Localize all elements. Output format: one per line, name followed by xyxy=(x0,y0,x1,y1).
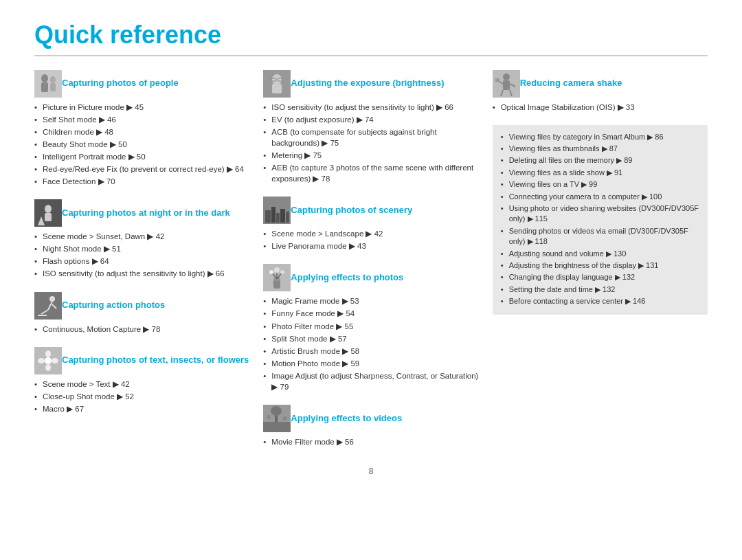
section-shake-header: Reducing camera shake xyxy=(493,70,708,98)
list-item: Continuous, Motion Capture ▶ 78 xyxy=(34,324,249,335)
list-item: Funny Face mode ▶ 54 xyxy=(263,308,478,319)
list-item: Face Detection ▶ 70 xyxy=(34,176,249,187)
section-scenery-title: Capturing photos of scenery xyxy=(291,205,412,216)
list-item: Self Shot mode ▶ 46 xyxy=(34,114,249,125)
list-item: Viewing files by category in Smart Album… xyxy=(501,132,699,142)
section-exposure-header: Adjusting the exposure (brightness) xyxy=(263,70,478,98)
page-title: Quick reference xyxy=(34,21,708,49)
svg-rect-28 xyxy=(271,207,276,223)
list-item: Close-up Shot mode ▶ 52 xyxy=(34,391,249,402)
svg-rect-42 xyxy=(263,422,291,432)
section-action: Capturing action photos Continuous, Moti… xyxy=(34,292,249,335)
list-item: ISO sensitivity (to adjust the sensitivi… xyxy=(34,268,249,279)
svg-point-48 xyxy=(503,74,510,80)
list-item: Sending photos or videos via email (DV30… xyxy=(501,226,699,247)
svg-rect-49 xyxy=(503,80,510,90)
svg-point-3 xyxy=(50,76,56,83)
gray-section-list: Viewing files by category in Smart Album… xyxy=(501,132,699,307)
column-1: Capturing photos of people Picture in Pi… xyxy=(34,70,249,460)
list-item: Scene mode > Text ▶ 42 xyxy=(34,379,249,390)
list-item: Red-eye/Red-eye Fix (to prevent or corre… xyxy=(34,164,249,175)
section-scenery-list: Scene mode > Landscape ▶ 42 Live Panoram… xyxy=(263,228,478,251)
list-item: Optical Image Stabilization (OIS) ▶ 33 xyxy=(493,102,708,113)
list-item: Metering ▶ 75 xyxy=(263,150,478,161)
section-night-title: Capturing photos at night or in the dark xyxy=(62,208,230,219)
content-columns: Capturing photos of people Picture in Pi… xyxy=(34,70,708,460)
svg-point-46 xyxy=(283,416,287,421)
list-item: Night Shot mode ▶ 51 xyxy=(34,243,249,254)
list-item: EV (to adjust exposure) ▶ 74 xyxy=(263,114,478,125)
exposure-icon xyxy=(263,70,291,98)
list-item: Split Shot mode ▶ 57 xyxy=(263,333,478,344)
svg-point-36 xyxy=(274,267,280,273)
effects-photos-icon xyxy=(263,264,291,291)
section-people-list: Picture in Picture mode ▶ 45 Self Shot m… xyxy=(34,102,249,188)
list-item: Adjusting sound and volume ▶ 130 xyxy=(501,249,699,259)
svg-rect-2 xyxy=(41,82,48,92)
svg-point-44 xyxy=(271,406,282,416)
svg-rect-30 xyxy=(280,209,285,223)
svg-rect-31 xyxy=(286,212,289,223)
gray-section: Viewing files by category in Smart Album… xyxy=(493,125,708,315)
svg-point-1 xyxy=(41,74,48,82)
list-item: Changing the display language ▶ 132 xyxy=(501,272,699,282)
section-effects-photos: Applying effects to photos Magic Frame m… xyxy=(263,264,478,392)
list-item: Movie Filter mode ▶ 56 xyxy=(263,436,478,447)
section-exposure-list: ISO sensitivity (to adjust the sensitivi… xyxy=(263,102,478,185)
list-item: Before contacting a service center ▶ 146 xyxy=(501,296,699,306)
section-shake: Reducing camera shake Optical Image Stab… xyxy=(493,70,708,113)
title-divider xyxy=(34,55,708,56)
list-item: AEB (to capture 3 photos of the same sce… xyxy=(263,162,478,184)
page: Quick reference xyxy=(0,0,742,490)
section-effects-photos-header: Applying effects to photos xyxy=(263,264,478,291)
list-item: Intelligent Portrait mode ▶ 50 xyxy=(34,151,249,162)
list-item: Beauty Shot mode ▶ 50 xyxy=(34,139,249,150)
svg-point-22 xyxy=(272,74,282,85)
svg-point-16 xyxy=(45,357,52,364)
list-item: Viewing files as thumbnails ▶ 87 xyxy=(501,144,699,154)
section-scenery-header: Capturing photos of scenery xyxy=(263,197,478,224)
action-icon xyxy=(34,292,62,320)
svg-rect-27 xyxy=(265,210,271,223)
svg-rect-23 xyxy=(272,84,282,93)
list-item: Picture in Picture mode ▶ 45 xyxy=(34,102,249,113)
list-item: Adjusting the brightness of the display … xyxy=(501,260,699,271)
svg-point-19 xyxy=(38,358,45,363)
section-night-list: Scene mode > Sunset, Dawn ▶ 42 Night Sho… xyxy=(34,231,249,279)
section-shake-list: Optical Image Stabilization (OIS) ▶ 33 xyxy=(493,102,708,113)
svg-point-17 xyxy=(45,350,51,357)
list-item: Magic Frame mode ▶ 53 xyxy=(263,295,478,306)
section-night-header: Capturing photos at night or in the dark xyxy=(34,199,249,227)
section-exposure-title: Adjusting the exposure (brightness) xyxy=(291,78,444,89)
list-item: Viewing files as a slide show ▶ 91 xyxy=(501,168,699,178)
svg-point-38 xyxy=(269,270,273,274)
svg-rect-51 xyxy=(495,78,499,82)
column-2: Adjusting the exposure (brightness) ISO … xyxy=(263,70,478,460)
section-flowers-title: Capturing photos of text, insects, or fl… xyxy=(62,355,249,366)
svg-point-20 xyxy=(52,358,58,363)
svg-point-18 xyxy=(45,364,51,371)
list-item: Using photo or video sharing websites (D… xyxy=(501,203,699,225)
svg-rect-7 xyxy=(45,213,52,221)
section-action-title: Capturing action photos xyxy=(62,300,165,311)
list-item: Connecting your camera to a computer ▶ 1… xyxy=(501,192,699,202)
list-item: Motion Photo mode ▶ 59 xyxy=(263,358,478,369)
list-item: Flash options ▶ 64 xyxy=(34,256,249,267)
list-item: Viewing files on a TV ▶ 99 xyxy=(501,179,699,190)
section-flowers-header: Capturing photos of text, insects, or fl… xyxy=(34,347,249,374)
shake-icon xyxy=(493,70,520,98)
section-shake-title: Reducing camera shake xyxy=(520,78,622,89)
section-night: Capturing photos at night or in the dark… xyxy=(34,199,249,279)
section-scenery: Capturing photos of scenery Scene mode >… xyxy=(263,197,478,251)
section-action-list: Continuous, Motion Capture ▶ 78 xyxy=(34,324,249,335)
svg-rect-29 xyxy=(276,213,280,223)
svg-point-6 xyxy=(45,205,52,213)
section-exposure: Adjusting the exposure (brightness) ISO … xyxy=(263,70,478,185)
svg-point-10 xyxy=(49,296,55,302)
section-flowers-list: Scene mode > Text ▶ 42 Close-up Shot mod… xyxy=(34,379,249,414)
effects-videos-icon xyxy=(263,405,291,432)
list-item: Image Adjust (to adjust Sharpness, Contr… xyxy=(263,370,478,392)
section-action-header: Capturing action photos xyxy=(34,292,249,320)
section-people: Capturing photos of people Picture in Pi… xyxy=(34,70,249,188)
section-people-header: Capturing photos of people xyxy=(34,70,249,98)
